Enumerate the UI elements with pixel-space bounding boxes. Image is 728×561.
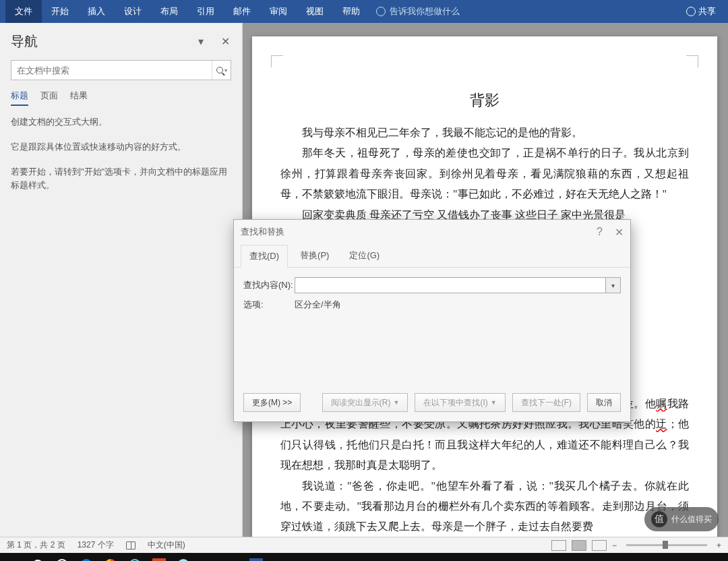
tencent-icon[interactable]: [173, 554, 194, 561]
nav-search-button[interactable]: [212, 61, 231, 80]
nav-tab-headings[interactable]: 标题: [11, 90, 28, 106]
find-what-label: 查找内容(N):: [243, 279, 295, 291]
nav-hint: 创建文档的交互式大纲。: [11, 115, 231, 129]
zoom-out-button[interactable]: −: [612, 541, 617, 550]
lightbulb-icon: [376, 7, 386, 16]
edge-icon[interactable]: [75, 554, 97, 561]
taskbar: ⊞ P ● ▬ W: [0, 553, 728, 561]
zoom-slider[interactable]: [626, 544, 707, 546]
paragraph: 我说道："爸爸，你走吧。"他望车外看了看，说："我买几个橘子去。你就在此地，不要…: [280, 476, 689, 537]
chrome-icon[interactable]: [100, 554, 121, 561]
ribbon-tab-design[interactable]: 设计: [115, 0, 151, 23]
watermark: 值 什么值得买: [644, 507, 719, 531]
cancel-button[interactable]: 取消: [587, 393, 621, 412]
dialog-tab-goto[interactable]: 定位(G): [341, 245, 388, 268]
app-icon[interactable]: ▬: [221, 554, 243, 561]
dialog-title: 查找和替换: [241, 226, 284, 238]
word-icon[interactable]: W: [245, 554, 267, 561]
nav-search-box: [11, 60, 231, 80]
taskbar-search-icon[interactable]: [27, 554, 49, 561]
find-what-dropdown[interactable]: ▾: [606, 277, 621, 293]
ribbon-tab-view[interactable]: 视图: [297, 0, 333, 23]
print-layout-button[interactable]: [572, 540, 586, 551]
find-next-button[interactable]: 查找下一处(F): [512, 393, 580, 412]
navigation-pane: 导航 ▾ ✕ 标题 页面 结果 创建文档的交互式大纲。 它是跟踪具体位置或快速移…: [0, 23, 243, 537]
crop-mark: [271, 55, 283, 67]
nav-close-icon[interactable]: ✕: [219, 36, 231, 48]
search-icon: [216, 67, 223, 73]
crop-mark: [686, 55, 698, 67]
nav-body: 创建文档的交互式大纲。 它是跟踪具体位置或快速移动内容的好方式。 若要开始，请转…: [11, 115, 231, 193]
tell-me-label: 告诉我你想做什么: [390, 5, 460, 18]
dialog-tab-replace[interactable]: 替换(P): [292, 245, 337, 268]
status-bar: 第 1 页，共 2 页 1327 个字 中文(中国) − +: [0, 537, 728, 553]
watermark-icon: 值: [651, 511, 667, 527]
ribbon-tab-home[interactable]: 开始: [42, 0, 78, 23]
word-count[interactable]: 1327 个字: [78, 539, 114, 551]
watermark-text: 什么值得买: [671, 514, 712, 525]
zoom-thumb[interactable]: [663, 541, 668, 549]
powerpoint-icon[interactable]: P: [148, 554, 170, 561]
ribbon-tab-insert[interactable]: 插入: [78, 0, 115, 23]
paragraph: 那年冬天，祖母死了，母亲的差使也交卸了，正是祸不单行的日子。我从北京到徐州，打算…: [280, 143, 689, 204]
find-what-input[interactable]: [295, 277, 606, 293]
options-label: 选项:: [243, 299, 295, 311]
nav-dropdown-icon[interactable]: ▾: [195, 36, 207, 48]
proofing-icon[interactable]: [126, 541, 135, 550]
nav-hint: 若要开始，请转到"开始"选项卡，并向文档中的标题应用标题样式。: [11, 165, 231, 194]
more-button[interactable]: 更多(M) >>: [243, 393, 301, 412]
nav-tab-results[interactable]: 结果: [70, 90, 88, 106]
paragraph: 我与母亲不相见已二年余了，我最不能忘记的是他的背影。: [280, 123, 689, 143]
web-layout-button[interactable]: [592, 540, 607, 551]
page-status[interactable]: 第 1 页，共 2 页: [7, 539, 65, 551]
share-label: 共享: [698, 5, 716, 18]
dialog-titlebar[interactable]: 查找和替换 ? ✕: [234, 220, 630, 244]
reading-highlight-button[interactable]: 阅读突出显示(R)▼: [322, 393, 408, 412]
dialog-tab-find[interactable]: 查找(D): [241, 245, 288, 268]
nav-tab-pages[interactable]: 页面: [40, 90, 58, 106]
dialog-close-icon[interactable]: ✕: [615, 226, 624, 239]
find-replace-dialog: 查找和替换 ? ✕ 查找(D) 替换(P) 定位(G) 查找内容(N): ▾ 选…: [233, 219, 631, 422]
read-mode-button[interactable]: [551, 540, 566, 551]
ribbon-tab-layout[interactable]: 布局: [151, 0, 187, 23]
ribbon-tab-file[interactable]: 文件: [5, 0, 42, 23]
app-icon[interactable]: [124, 554, 146, 561]
share-icon: [686, 7, 696, 16]
document-title: 背影: [280, 90, 689, 111]
nav-hint: 它是跟踪具体位置或快速移动内容的好方式。: [11, 140, 231, 154]
ribbon-tab-references[interactable]: 引用: [187, 0, 224, 23]
nav-search-input[interactable]: [11, 61, 212, 80]
start-button[interactable]: ⊞: [3, 554, 24, 561]
ribbon-tab-review[interactable]: 审阅: [260, 0, 297, 23]
language-status[interactable]: 中文(中国): [148, 539, 185, 551]
tell-me-search[interactable]: 告诉我你想做什么: [376, 5, 460, 18]
zoom-in-button[interactable]: +: [717, 541, 721, 550]
ribbon-tab-mailings[interactable]: 邮件: [224, 0, 260, 23]
options-value: 区分全/半角: [295, 299, 341, 311]
find-in-button[interactable]: 在以下项中查找(I)▼: [415, 393, 505, 412]
share-button[interactable]: 共享: [679, 5, 723, 18]
ribbon: 文件 开始 插入 设计 布局 引用 邮件 审阅 视图 帮助 告诉我你想做什么 共…: [0, 0, 728, 23]
dialog-help-icon[interactable]: ?: [597, 226, 603, 239]
app-icon[interactable]: ●: [197, 554, 218, 561]
cortana-icon[interactable]: [51, 554, 73, 561]
nav-title: 导航: [11, 32, 38, 51]
ribbon-tab-help[interactable]: 帮助: [333, 0, 369, 23]
